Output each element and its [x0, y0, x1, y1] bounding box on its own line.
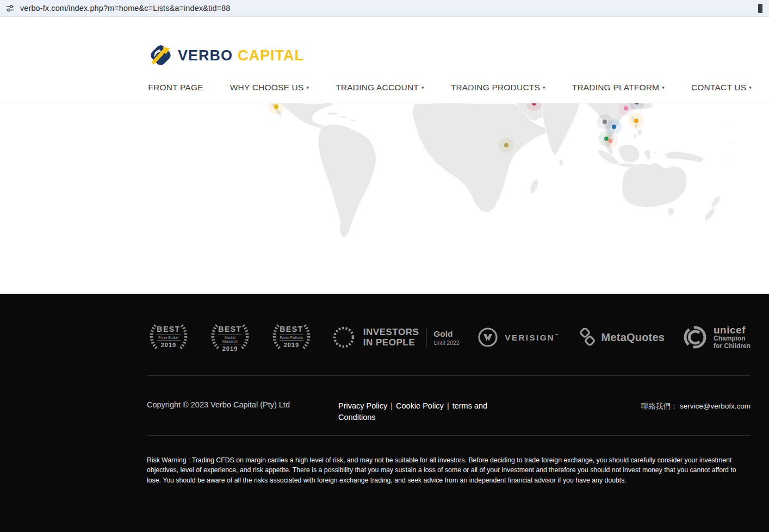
metaquotes-logo: MetaQuotes [578, 328, 665, 347]
iip-line2: IN PEOPLE [363, 337, 415, 348]
policy-links: Privacy Policy|Cookie Policy|terms and C… [338, 400, 492, 423]
unicef-line2: Champion [714, 335, 751, 342]
footer-badges-row: BEST Forex Broker 2019 BEST Market Resea… [147, 319, 751, 356]
iip-line1: INVESTORS [363, 327, 419, 337]
chevron-down-icon: ▾ [749, 85, 752, 90]
footer-divider-top [147, 375, 751, 376]
metaquotes-icon [578, 328, 597, 347]
unicef-icon [683, 325, 708, 350]
nav-item-trading-account[interactable]: TRADING ACCOUNT▾ [336, 83, 424, 92]
nav-item-contact-us[interactable]: CONTACT US▾ [691, 83, 752, 92]
badge-year: 2019 [270, 342, 313, 348]
contact-email[interactable]: service@verbofx.com [680, 402, 751, 410]
verisign-logo: VERISIGN™ [477, 326, 560, 348]
contact-label: 聯絡我們： [641, 402, 678, 410]
cookie-policy-link[interactable]: Cookie Policy [396, 401, 444, 410]
nav-item-front-page[interactable]: FRONT PAGE [148, 83, 203, 92]
iip-until: Until 2022 [433, 339, 459, 346]
verisign-label: VERISIGN [505, 333, 555, 342]
copyright-text: Copyright © 2023 Verbo Capital (Pty) Ltd [147, 400, 338, 409]
nav-item-trading-products[interactable]: TRADING PRODUCTS▾ [451, 83, 545, 92]
badge-year: 2019 [147, 342, 190, 348]
nav-item-why-choose-us[interactable]: WHY CHOOSE US▾ [230, 83, 309, 92]
award-badge-forex-broker: BEST Forex Broker 2019 [147, 321, 190, 354]
verisign-icon [477, 326, 499, 348]
nav-label: TRADING ACCOUNT [336, 83, 419, 92]
risk-warning-text: Risk Warning : Trading CFDS on margin ca… [147, 455, 751, 485]
main-nav: FRONT PAGE WHY CHOOSE US▾ TRADING ACCOUN… [148, 83, 752, 92]
url-text[interactable]: verbo-fx.com/index.php?m=home&c=Lists&a=… [20, 4, 230, 13]
logo-text: VERBO CAPITAL [178, 47, 304, 64]
badge-title: BEST [147, 325, 190, 333]
nav-label: WHY CHOOSE US [230, 83, 304, 92]
nav-label: TRADING PLATFORM [572, 83, 660, 92]
contact-info: 聯絡我們： service@verbofx.com [641, 400, 751, 411]
badge-title: BEST [208, 325, 252, 333]
badge-year: 2019 [208, 345, 252, 352]
unicef-name: unicef [714, 325, 751, 335]
unicef-line3: for Children [714, 342, 751, 350]
iip-award: Gold [433, 329, 459, 339]
nav-label: CONTACT US [691, 83, 746, 92]
link-separator: | [444, 401, 452, 410]
chevron-down-icon: ▾ [421, 85, 424, 90]
nav-label: TRADING PRODUCTS [451, 83, 540, 92]
footer-divider-bottom [147, 435, 751, 436]
award-badge-forex-platform: BEST Forex Platform 2019 [270, 321, 313, 354]
logo[interactable]: VERBO CAPITAL [148, 44, 304, 67]
investors-in-people-logo: INVESTORS IN PEOPLE Gold Until 2022 [331, 325, 460, 350]
award-badge-market-research: BEST Market Research 2019 [208, 321, 252, 354]
badge-subtitle: Forex Platform [280, 335, 303, 341]
browser-extension-icon[interactable] [758, 4, 762, 13]
logo-brand-secondary: CAPITAL [238, 47, 304, 64]
logo-brand-primary: VERBO [178, 47, 233, 64]
wreath-icon [331, 325, 356, 350]
footer: BEST Forex Broker 2019 BEST Market Resea… [0, 294, 769, 532]
metaquotes-label: MetaQuotes [601, 331, 665, 344]
site-settings-icon[interactable] [5, 4, 15, 13]
nav-label: FRONT PAGE [148, 83, 203, 92]
page: VERBO CAPITAL FRONT PAGE WHY CHOOSE US▾ … [0, 17, 769, 532]
browser-url-bar: verbo-fx.com/index.php?m=home&c=Lists&a=… [0, 0, 769, 17]
trademark-symbol: ™ [555, 333, 560, 337]
site-header: VERBO CAPITAL FRONT PAGE WHY CHOOSE US▾ … [0, 17, 769, 103]
divider [426, 327, 426, 347]
chevron-down-icon: ▾ [306, 85, 309, 90]
chevron-down-icon: ▾ [543, 85, 545, 90]
badge-subtitle: Forex Broker [157, 335, 181, 341]
nav-item-trading-platform[interactable]: TRADING PLATFORM▾ [572, 83, 665, 92]
badge-subtitle: Market Research [218, 335, 242, 344]
privacy-policy-link[interactable]: Privacy Policy [338, 401, 387, 410]
badge-title: BEST [270, 325, 313, 333]
link-separator: | [387, 401, 396, 410]
chevron-down-icon: ▾ [662, 85, 665, 90]
footer-legal-row: Copyright © 2023 Verbo Capital (Pty) Ltd… [147, 400, 751, 423]
unicef-logo: unicef Champion for Children [683, 325, 751, 350]
logo-icon [148, 44, 173, 67]
